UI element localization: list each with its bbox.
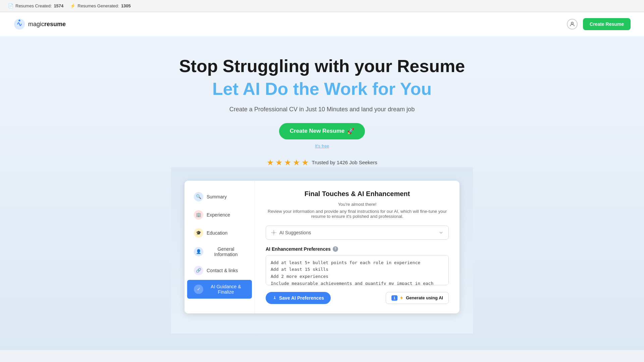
save-icon <box>272 296 277 300</box>
resumes-created: 📄 Resumes Created: 1574 <box>8 3 63 9</box>
resumes-created-label: Resumes Created: <box>15 3 52 8</box>
ai-suggestions-icon <box>271 230 277 236</box>
header-right: Create Resume <box>567 18 631 30</box>
hero-title-line1: Stop Struggling with your Resume <box>13 56 631 76</box>
sidebar-item-summary[interactable]: 🔍 Summary <box>187 188 252 205</box>
star-5: ★ <box>302 158 309 167</box>
summary-icon: 🔍 <box>194 192 203 201</box>
preferences-textarea[interactable]: Add at least 5+ bullet points for each r… <box>266 255 449 285</box>
cta-label: Create New Resume <box>290 128 344 134</box>
sidebar-education-label: Education <box>207 230 227 236</box>
resumes-created-count: 1574 <box>54 3 63 8</box>
sidebar-item-education[interactable]: 🎓 Education <box>187 224 252 242</box>
resumes-generated-label: Resumes Generated: <box>77 3 119 8</box>
sidebar-ai-label: AI Guidance & Finalize <box>207 284 245 295</box>
generate-badge: 1 <box>391 295 397 301</box>
resumes-generated: ⚡ Resumes Generated: 1305 <box>70 3 131 9</box>
generate-btn-label: Generate using AI <box>406 295 443 300</box>
experience-icon: 🏢 <box>194 210 203 220</box>
logo-text: magicresume <box>28 21 66 28</box>
save-btn-label: Save AI Preferences <box>279 295 324 301</box>
demo-sidebar: 🔍 Summary 🏢 Experience 🎓 Education 👤 Gen… <box>184 181 255 313</box>
cta-wrapper: Create New Resume 🚀 <box>13 123 631 139</box>
svg-point-2 <box>571 22 573 24</box>
resumes-generated-count: 1305 <box>121 3 131 8</box>
demo-main: Final Touches & AI Enhancement You're al… <box>255 181 460 313</box>
education-icon: 🎓 <box>194 228 203 238</box>
info-icon: ? <box>333 246 338 252</box>
chevron-down-icon <box>438 230 444 235</box>
app-demo-wrapper: 🔍 Summary 🏢 Experience 🎓 Education 👤 Gen… <box>171 167 473 334</box>
save-preferences-button[interactable]: Save AI Preferences <box>266 292 331 304</box>
star-4: ★ <box>293 158 300 167</box>
bolt-icon: ⚡ <box>70 3 75 9</box>
contact-icon: 🔗 <box>194 266 203 275</box>
sidebar-item-ai[interactable]: ✓ AI Guidance & Finalize <box>187 280 252 299</box>
demo-actions: Save AI Preferences 1 Generate using AI <box>266 292 449 304</box>
star-rating: ★ ★ ★ ★ ★ <box>267 158 309 167</box>
lightning-icon <box>399 296 404 300</box>
header: magicresume Create Resume <box>0 12 644 36</box>
logo-icon <box>13 18 25 30</box>
star-3: ★ <box>284 158 291 167</box>
logo: magicresume <box>13 18 66 30</box>
doc-icon: 📄 <box>8 3 13 9</box>
user-icon[interactable] <box>567 19 578 29</box>
trusted-text: Trusted by 1426 Job Seekers <box>312 160 377 165</box>
hero-title-line2: Let AI Do the Work for You <box>13 79 631 99</box>
ai-suggestions-dropdown[interactable]: AI Suggestions <box>266 226 449 240</box>
hero-subtitle: Create a Professional CV in Just 10 Minu… <box>13 106 631 113</box>
sidebar-item-general[interactable]: 👤 General Information <box>187 242 252 261</box>
topbar: 📄 Resumes Created: 1574 ⚡ Resumes Genera… <box>0 0 644 12</box>
generate-ai-button[interactable]: 1 Generate using AI <box>386 292 449 304</box>
star-2: ★ <box>275 158 283 167</box>
section-desc1: You're almost there! <box>266 202 449 207</box>
section-title: Final Touches & AI Enhancement <box>266 190 449 198</box>
sidebar-item-experience[interactable]: 🏢 Experience <box>187 206 252 224</box>
ai-suggestions-left: AI Suggestions <box>271 230 311 236</box>
ai-icon: ✓ <box>194 285 203 294</box>
star-1: ★ <box>267 158 274 167</box>
preferences-label-text: AI Enhancement Preferences <box>266 246 331 252</box>
svg-point-3 <box>273 232 275 233</box>
free-text[interactable]: It's free <box>13 143 631 148</box>
logo-resume: resume <box>44 21 66 27</box>
sidebar-general-label: General Information <box>207 246 245 257</box>
create-new-resume-button[interactable]: Create New Resume 🚀 <box>279 123 365 139</box>
stars-row: ★ ★ ★ ★ ★ Trusted by 1426 Job Seekers <box>13 158 631 167</box>
sidebar-item-contact[interactable]: 🔗 Contact & links <box>187 262 252 279</box>
sidebar-experience-label: Experience <box>207 212 230 218</box>
create-resume-button[interactable]: Create Resume <box>583 18 631 30</box>
svg-point-1 <box>18 20 20 21</box>
ai-suggestions-label: AI Suggestions <box>279 230 311 235</box>
hero-section: Stop Struggling with your Resume Let AI … <box>0 36 644 350</box>
logo-magic: magic <box>28 21 44 27</box>
preferences-label: AI Enhancement Preferences ? <box>266 246 449 252</box>
sidebar-summary-label: Summary <box>207 194 227 199</box>
section-desc2: Review your information and provide any … <box>266 209 449 219</box>
rocket-icon: 🚀 <box>347 128 354 135</box>
sidebar-contact-label: Contact & links <box>207 268 238 273</box>
demo-card: 🔍 Summary 🏢 Experience 🎓 Education 👤 Gen… <box>184 181 460 313</box>
general-icon: 👤 <box>194 247 203 256</box>
